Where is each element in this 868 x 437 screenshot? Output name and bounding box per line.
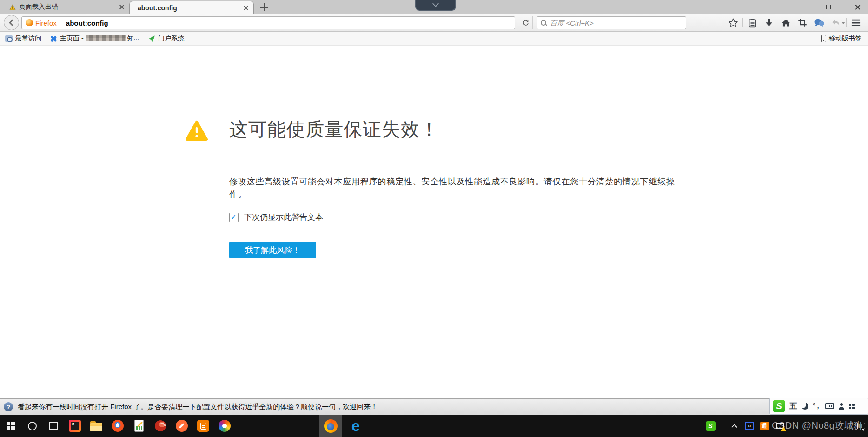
tray-tong-app[interactable]: 通 (757, 415, 772, 437)
cortana-button[interactable] (21, 415, 43, 437)
close-button[interactable] (848, 0, 867, 14)
soft-keyboard-icon[interactable] (825, 403, 834, 409)
start-button[interactable] (0, 415, 21, 437)
tab-about-config[interactable]: about:config (129, 1, 254, 14)
screenshot-crop-button[interactable] (794, 16, 811, 29)
home-button[interactable] (777, 16, 794, 29)
bookmark-star-button[interactable] (725, 16, 742, 29)
hamburger-icon (851, 18, 861, 27)
phone-icon (821, 35, 826, 42)
separator (846, 18, 847, 27)
sogou-logo[interactable]: S (773, 400, 785, 412)
home-icon (781, 18, 791, 28)
firefox-brand-label: Firefox (35, 19, 57, 27)
folder-icon (90, 423, 102, 431)
warning-icon (9, 4, 16, 10)
tong-tray-icon: 通 (760, 422, 769, 430)
fullwidth-moon-icon[interactable] (802, 403, 808, 410)
firefox-notification-bar: ? 看起来你有一段时间没有打开 Firefox 了。是否要清理一下配置文件以获得… (0, 398, 868, 415)
downloads-button[interactable] (761, 16, 777, 29)
tab-page-load-error[interactable]: 页面载入出错 (5, 0, 129, 14)
windows-logo-icon (7, 422, 15, 430)
star-icon (728, 18, 738, 28)
postman-icon (176, 420, 188, 432)
minimize-button[interactable] (793, 0, 812, 14)
restore-button[interactable] (819, 0, 838, 14)
search-box[interactable] (537, 16, 686, 29)
taskbar-firefox-active[interactable] (319, 415, 342, 437)
bookmark-label: 门户系统 (158, 34, 184, 43)
url-bar[interactable]: Firefox about:config (21, 16, 515, 29)
bookmarks-menu-button[interactable] (744, 16, 761, 29)
account-icon[interactable] (838, 403, 845, 410)
accept-risk-button[interactable]: 我了解此风险！ (229, 242, 316, 258)
help-icon: ? (4, 402, 13, 411)
tab-close-icon[interactable] (243, 5, 249, 11)
tab-label: 页面载入出错 (19, 3, 119, 11)
sogou-tray-icon: S (706, 421, 716, 431)
show-warning-checkbox[interactable]: ✓ (229, 213, 239, 222)
mobile-bookmarks[interactable]: 移动版书签 (817, 32, 865, 45)
bookmark-portal-system[interactable]: 门户系统 (143, 32, 188, 45)
taskbar-file-explorer[interactable] (86, 415, 107, 437)
firefox-favicon (26, 19, 33, 26)
sogou-ime-toolbar: S 五 °， (769, 398, 868, 415)
clipboard-icon (748, 18, 757, 28)
punctuation-icon[interactable]: °， (813, 402, 821, 411)
undo-icon (831, 18, 841, 28)
notification-text: 看起来你有一段时间没有打开 Firefox 了。是否要清理一下配置文件以获得近乎… (18, 403, 378, 411)
tab-close-icon[interactable] (119, 4, 125, 10)
menu-button[interactable] (848, 16, 864, 29)
intellij-icon: IJ (69, 420, 81, 432)
search-icon (541, 20, 547, 26)
new-tab-button[interactable] (260, 3, 268, 11)
tray-intellij[interactable]: IJ (742, 415, 757, 437)
taskbar-notepad[interactable] (128, 415, 150, 437)
undo-dropdown-caret[interactable] (841, 22, 845, 24)
taskbar-browser-orange[interactable] (107, 415, 128, 437)
intellij-tray-icon: IJ (745, 422, 754, 430)
toolbar-buttons (725, 16, 864, 29)
reload-icon (522, 19, 530, 26)
bookmark-home-page[interactable]: 主页面 - 知... (46, 32, 143, 45)
toolbox-grid-icon[interactable] (849, 404, 855, 409)
windows-taskbar: IJ e S IJ 通 15:34 2023/5/10 (0, 415, 868, 437)
cortana-icon (28, 422, 37, 430)
tab-label: about:config (138, 4, 243, 12)
search-input[interactable] (550, 19, 682, 27)
pull-down-handle[interactable] (415, 0, 456, 11)
back-button[interactable] (4, 15, 19, 30)
tray-show-hidden-icons[interactable] (727, 415, 741, 437)
chat-bubbles-icon (814, 18, 825, 28)
taskbar-red-swirl-app[interactable] (150, 415, 171, 437)
crop-icon (798, 18, 807, 27)
bookmark-label: 主页面 - 知... (60, 34, 139, 43)
taskbar-colorful-browser[interactable] (214, 415, 235, 437)
ime-mode-wubi[interactable]: 五 (789, 401, 797, 411)
tray-sogou[interactable]: S (702, 415, 719, 437)
orange-list-icon (197, 420, 209, 432)
edge-icon: e (351, 418, 360, 433)
chevron-down-icon (432, 0, 439, 7)
bookmarks-bar: 最常访问 主页面 - 知... 门户系统 移动版书签 (0, 32, 868, 46)
chevron-up-icon (731, 424, 737, 430)
taskbar-edge[interactable]: e (344, 415, 367, 437)
task-view-button[interactable] (43, 415, 64, 437)
about-config-warning-page: 这可能使质量保证失效！ 修改这些高级设置可能会对本应用程序的稳定性、安全性以及性… (0, 46, 868, 398)
frequent-folder-icon (5, 35, 13, 42)
csdn-watermark: CSDN @No8g攻城狮 (772, 419, 863, 432)
url-text: about:config (66, 19, 108, 27)
bookmark-label: 移动版书签 (829, 34, 861, 43)
firefox-icon (324, 419, 338, 433)
taskbar-orange-list-app[interactable] (192, 415, 214, 437)
back-arrow-icon (7, 19, 16, 27)
taskbar-postman[interactable] (171, 415, 192, 437)
notepad-icon (134, 420, 144, 432)
close-icon (855, 4, 861, 10)
red-swirl-icon (155, 420, 166, 431)
bookmark-frequent[interactable]: 最常访问 (1, 32, 46, 45)
reload-button[interactable] (519, 16, 533, 29)
separator (742, 18, 743, 27)
chat-button[interactable] (811, 16, 828, 29)
taskbar-intellij[interactable]: IJ (64, 415, 86, 437)
